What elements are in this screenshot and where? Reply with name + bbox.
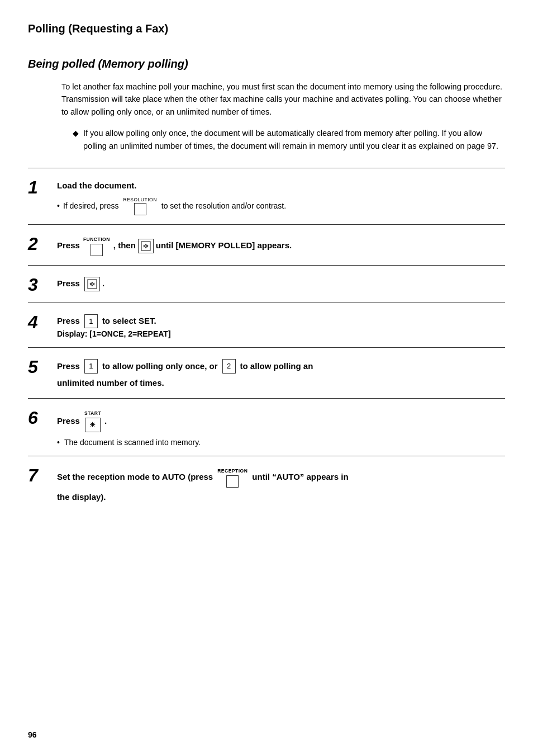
svg-rect-1 [88, 280, 97, 289]
step-4-display: Display: [1=ONCE, 2=REPEAT] [57, 329, 505, 338]
step-1-number: 1 [28, 177, 57, 196]
bullet-dot-6: • [57, 438, 60, 447]
resolution-key: RESOLUTION [123, 197, 157, 215]
step-1: 1 Load the document. • If desired, press… [28, 168, 505, 224]
step-7-number: 7 [28, 465, 57, 484]
step-2-main: Press FUNCTION , then until [MEMORY POLL… [57, 236, 505, 256]
step-6-number: 6 [28, 408, 57, 427]
bullet-dot: • [57, 201, 60, 210]
step-4-main: Press 1 to select SET. [57, 314, 505, 329]
step-7-main: Set the reception mode to AUTO (press RE… [57, 467, 505, 503]
function-key: FUNCTION [83, 236, 110, 256]
intro-text: To let another fax machine poll your mac… [61, 81, 505, 118]
step-6-main: Press START ☀ . [57, 410, 505, 432]
step-6: 6 Press START ☀ . • The document is scan… [28, 398, 505, 456]
step-7: 7 Set the reception mode to AUTO (press … [28, 456, 505, 512]
page-title: Polling (Requesting a Fax) [28, 22, 505, 35]
step-5-main: Press 1 to allow polling only once, or 2… [57, 359, 505, 389]
section-title: Being polled (Memory polling) [28, 58, 505, 70]
key-1-step4: 1 [84, 314, 98, 329]
step-5-number: 5 [28, 357, 57, 376]
step-4-number: 4 [28, 312, 57, 331]
step-2: 2 Press FUNCTION , then until [MEMORY [28, 224, 505, 265]
step-1-main: Load the document. [57, 179, 505, 192]
reception-key: RECEPTION [217, 467, 248, 488]
bullet-note: ◆ If you allow polling only once, the do… [73, 127, 505, 152]
page-number: 96 [28, 730, 37, 739]
step-6-bullet: • The document is scanned into memory. [57, 438, 505, 447]
step-3-number: 3 [28, 275, 57, 294]
step-5: 5 Press 1 to allow polling only once, or… [28, 347, 505, 398]
key-2-step5: 2 [222, 359, 236, 374]
key-1-step5: 1 [84, 359, 98, 374]
svg-rect-0 [141, 242, 150, 251]
ok-key [84, 277, 100, 291]
diamond-icon: ◆ [73, 127, 79, 152]
scroll-key [138, 239, 154, 253]
step-4: 4 Press 1 to select SET. Display: [1=ONC… [28, 303, 505, 348]
start-key: START ☀ [84, 410, 101, 432]
step-3-main: Press . [57, 277, 505, 291]
step-2-number: 2 [28, 234, 57, 253]
step-1-sub: • If desired, press RESOLUTION to set th… [57, 197, 505, 215]
step-3: 3 Press . [28, 265, 505, 303]
